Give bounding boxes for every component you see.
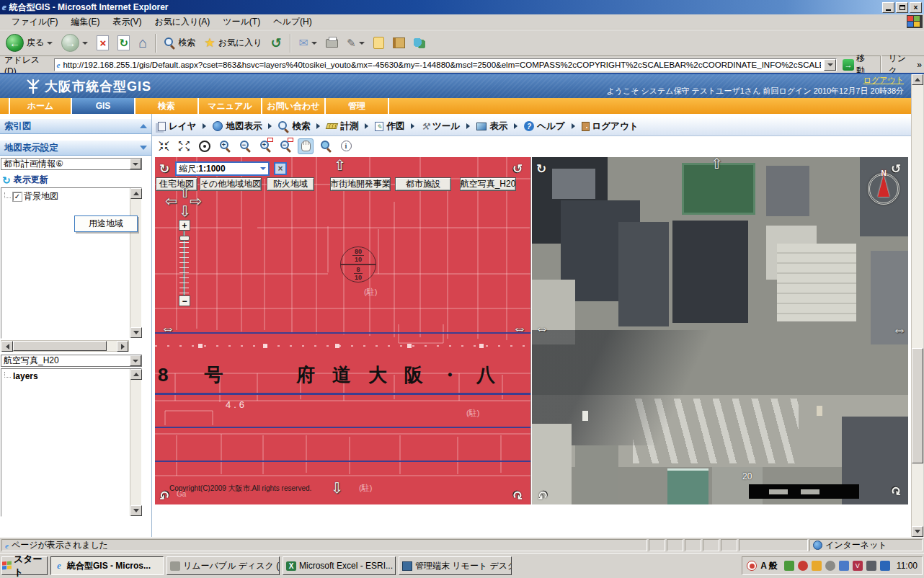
scroll-down-button[interactable]: [130, 505, 142, 516]
antivirus-tray-icon[interactable]: V: [853, 561, 863, 571]
history-button[interactable]: ↺: [268, 34, 283, 53]
pan-edge-left[interactable]: ⇔: [161, 321, 175, 334]
tab-manual[interactable]: マニュアル: [199, 98, 262, 114]
aerial-photo-panel[interactable]: N 20 ↻ ↻ ↻ ↻ ⇔ ⇔ ⇧: [532, 157, 908, 504]
tab-gis[interactable]: GIS: [72, 98, 136, 114]
gis-menu-map-display[interactable]: 地図表示: [213, 120, 262, 133]
pan-edge-bottom[interactable]: ⇩: [331, 481, 343, 494]
messenger-button[interactable]: [412, 37, 427, 50]
stop-button[interactable]: ×: [94, 34, 111, 52]
tree-item-background-map[interactable]: ✓ 背景地図: [1, 188, 141, 203]
layer-button-toshishisetsu[interactable]: 都市施設: [395, 177, 451, 191]
photo-select[interactable]: 航空写真_H20: [1, 355, 142, 367]
shield-alert-tray-icon[interactable]: [798, 561, 808, 571]
rotate-handle-icon[interactable]: ↻: [512, 487, 523, 502]
scrollbar-thumb[interactable]: [912, 348, 923, 463]
address-input[interactable]: e http://192.168.255.1/gis/Default.aspx?…: [54, 58, 838, 71]
layer-button-shigaichi[interactable]: 市街地開発事業: [330, 177, 391, 191]
scroll-up-button[interactable]: [130, 188, 142, 199]
theme-select[interactable]: 都市計画情報⑥: [1, 158, 142, 170]
photo-select-dropdown[interactable]: [130, 355, 141, 366]
gis-menu-logout[interactable]: ログアウト: [582, 120, 639, 133]
pan-edge-right[interactable]: ⇔: [512, 321, 527, 334]
taskbar-clock[interactable]: 11:00: [897, 561, 918, 571]
tree2-vertical-scrollbar[interactable]: [130, 369, 141, 516]
ime-indicator[interactable]: A 般: [760, 560, 778, 572]
tab-search[interactable]: 検索: [136, 98, 199, 114]
favorites-button[interactable]: ★ お気に入り: [202, 34, 264, 52]
edit-button[interactable]: ✎: [345, 35, 367, 51]
start-button[interactable]: スタート: [1, 556, 48, 575]
pan-edge-left[interactable]: ⇔: [535, 321, 549, 334]
forward-button[interactable]: →: [59, 32, 90, 53]
background-map-checkbox[interactable]: ✓: [13, 192, 22, 201]
pan-right-arrow[interactable]: ⇨: [190, 195, 202, 208]
back-button[interactable]: ← 戻る: [4, 32, 55, 53]
zoning-map-panel[interactable]: 8 号 府道大阪・八 4.6 (駐) (駐) (駐) Ga 80 10 8 10: [155, 157, 531, 504]
rotate-handle-icon[interactable]: ↻: [536, 161, 546, 177]
zoom-slider-minus[interactable]: −: [179, 295, 190, 306]
search-button[interactable]: 検索: [162, 35, 197, 50]
sidebar-index-map-header[interactable]: 索引図: [0, 118, 151, 134]
layer-button-bouka[interactable]: 防火地域: [267, 177, 314, 191]
scale-close-button[interactable]: ×: [274, 162, 287, 175]
rotate-handle-icon[interactable]: ↻: [891, 161, 901, 177]
gis-menu-layer[interactable]: レイヤ: [158, 120, 196, 133]
alert-tray-icon[interactable]: [747, 561, 757, 571]
rotate-handle-icon[interactable]: ↻: [512, 161, 523, 177]
gis-menu-measure[interactable]: 計測: [326, 120, 358, 133]
tree-item-layers[interactable]: layers: [1, 369, 141, 381]
scroll-left-button[interactable]: [1, 341, 13, 352]
zoom-out-tool[interactable]: −: [237, 138, 253, 154]
print-button[interactable]: [324, 37, 340, 49]
scale-selector[interactable]: 縮尺: 1:1000: [175, 161, 270, 176]
zoom-slider-handle[interactable]: [179, 236, 190, 241]
area-search-tool[interactable]: [318, 138, 334, 154]
scroll-right-button[interactable]: [117, 341, 128, 352]
tab-home[interactable]: ホーム: [9, 98, 72, 114]
zoom-extent-tool[interactable]: ↘↙↗↖: [156, 138, 172, 154]
scale-dropdown-button[interactable]: [257, 164, 268, 174]
scroll-down-button[interactable]: [912, 526, 923, 537]
task-remote-desktop[interactable]: 管理端末 リモート デスク...: [399, 556, 512, 575]
scroll-up-button[interactable]: [912, 74, 923, 85]
pan-left-arrow[interactable]: ⇦: [165, 195, 177, 208]
gis-menu-help[interactable]: ?ヘルプ: [524, 120, 564, 133]
full-extent-tool[interactable]: ↖↗↙↘: [177, 138, 192, 154]
layer-button-jyutaku[interactable]: 住宅地図: [156, 177, 197, 191]
logout-link[interactable]: ログアウト: [863, 75, 904, 86]
maximize-button[interactable]: [896, 2, 908, 13]
volume-tray-icon[interactable]: [812, 561, 822, 571]
close-button[interactable]: ×: [910, 2, 922, 13]
rotate-handle-icon[interactable]: ↻: [538, 487, 548, 502]
pan-center-tool[interactable]: [197, 138, 213, 154]
tree1-vertical-scrollbar[interactable]: [130, 188, 141, 338]
hscroll-thumb[interactable]: [13, 341, 107, 351]
gis-menu-draw[interactable]: ✎作図: [375, 120, 404, 133]
rotate-handle-icon[interactable]: ↻: [159, 487, 169, 502]
zoom-in-rect-tool[interactable]: +: [257, 138, 273, 154]
refresh-button[interactable]: ↻: [115, 34, 132, 52]
tab-admin[interactable]: 管理: [326, 98, 389, 114]
address-dropdown-button[interactable]: [824, 59, 836, 71]
zoom-slider[interactable]: + −: [179, 220, 190, 306]
task-removable-disk[interactable]: リムーバブル ディスク (E:): [166, 556, 280, 575]
task-gis-window[interactable]: e 統合型GIS - Micros...: [50, 556, 164, 575]
rotate-handle-icon[interactable]: ↻: [159, 161, 169, 177]
sidebar-map-settings-header[interactable]: 地図表示設定: [0, 140, 151, 156]
ime-mode-general[interactable]: 般: [769, 560, 778, 572]
identify-tool[interactable]: i: [338, 138, 354, 154]
scroll-down-button[interactable]: [130, 327, 142, 338]
zoom-out-rect-tool[interactable]: −: [277, 138, 293, 154]
update-tray-icon[interactable]: [825, 561, 835, 571]
pan-edge-right[interactable]: ⇔: [892, 323, 907, 336]
menu-view[interactable]: 表示(V): [107, 14, 147, 30]
gis-menu-display[interactable]: 表示: [476, 120, 507, 133]
pan-down-arrow[interactable]: ⇩: [179, 205, 191, 218]
scroll-up-button[interactable]: [130, 369, 142, 380]
rotate-handle-icon[interactable]: ↻: [891, 483, 901, 498]
ime-mode-a[interactable]: A: [760, 561, 767, 571]
minimize-button[interactable]: [882, 2, 894, 13]
app-tray-icon[interactable]: [880, 561, 890, 571]
layer-button-koukuu[interactable]: 航空写真_H20: [460, 177, 516, 191]
